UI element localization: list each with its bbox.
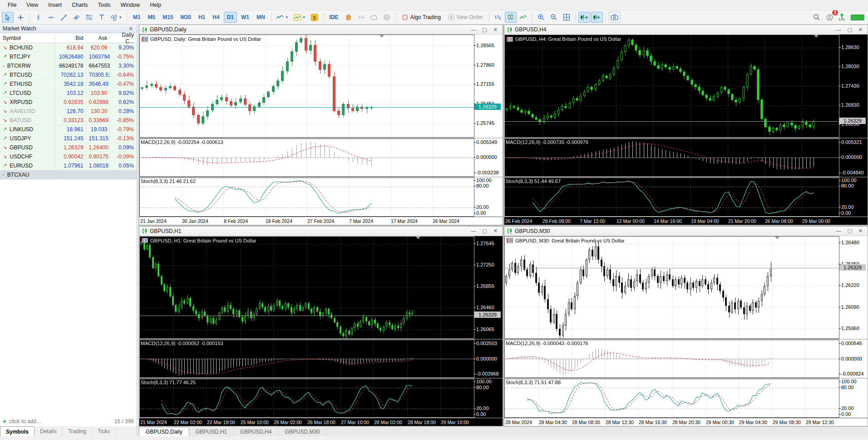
market-watch-row-eurusd[interactable]: ↗EURUSD1.079611.080180.05% — [0, 161, 137, 170]
timeframe-w1-button[interactable]: W1 — [238, 12, 252, 23]
templates-icon[interactable]: ▼ — [291, 12, 308, 23]
search-icon[interactable] — [811, 12, 823, 23]
menu-item-help[interactable]: Help — [145, 0, 166, 10]
market-watch-row-usdchf[interactable]: ↘USDCHF0.900420.90175-0.09% — [0, 152, 137, 161]
cursor-pointer-icon[interactable] — [2, 12, 14, 23]
chart-tab-gbpusd-m30[interactable]: GBPUSD,M30 — [278, 427, 326, 436]
zoom-out-icon[interactable] — [548, 12, 560, 23]
market-watch-row-gbpusd[interactable]: ↘GBPUSD1.263291.264000.09% — [0, 143, 137, 152]
maximize-button[interactable]: ▢ — [847, 27, 852, 33]
minimize-button[interactable]: — — [471, 228, 476, 234]
tab-ticks[interactable]: Ticks — [92, 426, 116, 436]
time-axis[interactable]: 21 Mar 202422 Mar 02:0022 Mar 18:0025 Ma… — [139, 418, 503, 426]
vertical-line-icon[interactable] — [32, 12, 44, 23]
tab-trading[interactable]: Trading — [63, 426, 92, 436]
chart-window-titlebar[interactable]: GBPUSD,M30 — ▢ ✕ — [504, 227, 868, 236]
market-watch-row-btcusd[interactable]: ↗BTCUSD70262.1370305.51-0.64% — [0, 70, 137, 79]
market-watch-row-usdjpy[interactable]: ↗USDJPY151.245151.315-0.13% — [0, 134, 137, 143]
menu-item-view[interactable]: View — [21, 0, 43, 10]
market-watch-row-btckrw[interactable]: •BTCKRW66249178664755383.30% — [0, 61, 137, 70]
horizontal-line-icon[interactable] — [45, 12, 57, 23]
price-plot[interactable] — [139, 35, 474, 138]
ide-button[interactable]: IDE — [326, 12, 342, 23]
zoom-in-icon[interactable] — [535, 12, 547, 23]
market-watch-row-ethusd[interactable]: ↗ETHUSD3542.183546.49-0.47% — [0, 79, 137, 89]
stoch-scale[interactable]: 100.0080.0020.000.00 — [839, 379, 868, 418]
market-watch-row-btcxau[interactable]: •BTCXAU — [0, 170, 137, 179]
maximize-button[interactable]: ▢ — [482, 228, 487, 234]
macd-scale[interactable]: 0.0053210.000000-0.004840 — [839, 138, 868, 177]
vps-globe-icon[interactable] — [381, 12, 393, 23]
maximize-button[interactable]: ▢ — [482, 27, 487, 33]
time-axis[interactable]: 28 Mar 202428 Mar 04:3028 Mar 08:3028 Ma… — [504, 418, 868, 426]
bar-chart-type-icon[interactable] — [492, 12, 504, 23]
close-button[interactable]: ✕ — [858, 228, 863, 234]
tile-windows-icon[interactable] — [561, 12, 572, 23]
stoch-scale[interactable]: 100.0080.0020.000.00 — [474, 178, 503, 217]
shapes-icon[interactable]: ▼ — [108, 12, 124, 23]
timeframe-m5-button[interactable]: M5 — [145, 12, 159, 23]
stoch-scale[interactable]: 100.0080.0020.000.00 — [474, 379, 503, 418]
column-header-ask[interactable]: Ask — [86, 35, 110, 41]
chart-window-titlebar[interactable]: GBPUSD,H4 — ▢ ✕ — [504, 25, 868, 35]
chart-tab-gbpusd-daily[interactable]: GBPUSD,Daily — [139, 427, 189, 436]
tab-details[interactable]: Details — [35, 426, 63, 436]
price-scale[interactable]: 1.286301.280301.274301.268301.262301.263… — [839, 35, 868, 138]
close-button[interactable]: ✕ — [493, 27, 498, 33]
cloud-icon[interactable] — [368, 12, 380, 23]
timeframe-mn-button[interactable]: MN — [253, 12, 268, 23]
macd-scale[interactable]: 0.0053490.000000-0.003238 — [474, 138, 503, 177]
candlestick-chart-type-icon[interactable] — [505, 12, 517, 23]
close-market-watch-button[interactable]: ✕ — [128, 26, 134, 32]
minimize-button[interactable]: — — [836, 228, 841, 234]
column-header-change[interactable]: Daily C... — [110, 32, 137, 44]
column-header-bid[interactable]: Bid — [55, 35, 86, 41]
crosshair-icon[interactable] — [15, 12, 26, 23]
macd-scale[interactable]: 0.0025030.000000-0.003968 — [474, 340, 503, 378]
menu-item-tools[interactable]: Tools — [93, 0, 116, 10]
chart-window-titlebar[interactable]: GBPUSD,H1 — ▢ ✕ — [139, 227, 503, 236]
menu-item-window[interactable]: Window — [116, 0, 145, 10]
price-scale[interactable]: 1.285651.278601.271551.264501.257451.263… — [474, 35, 503, 138]
chart-tab-gbpusd-h1[interactable]: GBPUSD,H1 — [189, 427, 234, 436]
menu-item-insert[interactable]: Insert — [43, 0, 67, 10]
tab-symbols[interactable]: Symbols — [0, 426, 35, 436]
algo-trading-button[interactable]: Algo Trading — [399, 12, 444, 23]
menu-item-charts[interactable]: Charts — [67, 0, 93, 10]
timeframe-m30-button[interactable]: M30 — [178, 12, 194, 23]
channel-icon[interactable] — [70, 12, 82, 23]
stoch-scale[interactable]: 100.0080.0020.000.00 — [839, 178, 868, 217]
timeframe-d1-button[interactable]: D1 — [224, 12, 237, 23]
price-plot[interactable] — [504, 35, 839, 138]
close-button[interactable]: ✕ — [493, 228, 498, 234]
auto-scroll-icon[interactable] — [591, 12, 603, 23]
close-button[interactable]: ✕ — [858, 27, 863, 33]
minimize-button[interactable]: — — [471, 27, 476, 33]
market-watch-row-aaveusd[interactable]: ↘AAVEUSD126.70130.200.28% — [0, 107, 137, 116]
market-watch-header[interactable]: SymbolBidAskDaily C... — [0, 33, 137, 43]
market-watch-row-bchusd[interactable]: ↘BCHUSD618.94620.099.20% — [0, 43, 137, 52]
time-axis[interactable]: 21 Jan 202430 Jan 20248 Feb 202418 Feb 2… — [139, 217, 503, 225]
market-watch-row-batusd[interactable]: ↘BATUSD0.331230.33669-0.85% — [0, 116, 137, 125]
line-chart-type-icon[interactable] — [518, 12, 529, 23]
column-header-symbol[interactable]: Symbol — [0, 35, 55, 41]
market-watch-row-xrpusd[interactable]: ↘XRPUSD0.628350.628980.62% — [0, 98, 137, 107]
fibonacci-lines-icon[interactable] — [83, 12, 95, 23]
menu-item-file[interactable]: File — [3, 0, 21, 10]
timeframe-m1-button[interactable]: M1 — [130, 12, 144, 23]
signals-icon[interactable] — [355, 12, 367, 23]
trendline-icon[interactable] — [58, 12, 69, 23]
timeframe-h1-button[interactable]: H1 — [195, 12, 208, 23]
market-watch-row-btcjpy[interactable]: ↗BTCJPY1062648010637942-0.75% — [0, 52, 137, 61]
timeframe-m15-button[interactable]: M15 — [159, 12, 176, 23]
indicators-icon[interactable]: ▼ — [274, 12, 291, 23]
price-scale[interactable]: 1.276451.272501.268551.264601.260651.263… — [474, 236, 503, 339]
minimize-button[interactable]: — — [836, 27, 841, 33]
symbol-dollar-icon[interactable]: $ — [309, 12, 321, 23]
price-plot[interactable] — [504, 236, 839, 339]
screenshot-camera-icon[interactable] — [609, 12, 621, 23]
lvl-indicator-icon[interactable]: LVL — [836, 12, 848, 23]
macd-scale[interactable]: 0.0005450.000000-0.000824 — [839, 340, 868, 378]
market-watch-row-ltcusd[interactable]: ↗LTCUSD103.12103.909.82% — [0, 89, 137, 98]
chart-shift-icon[interactable] — [578, 12, 590, 23]
